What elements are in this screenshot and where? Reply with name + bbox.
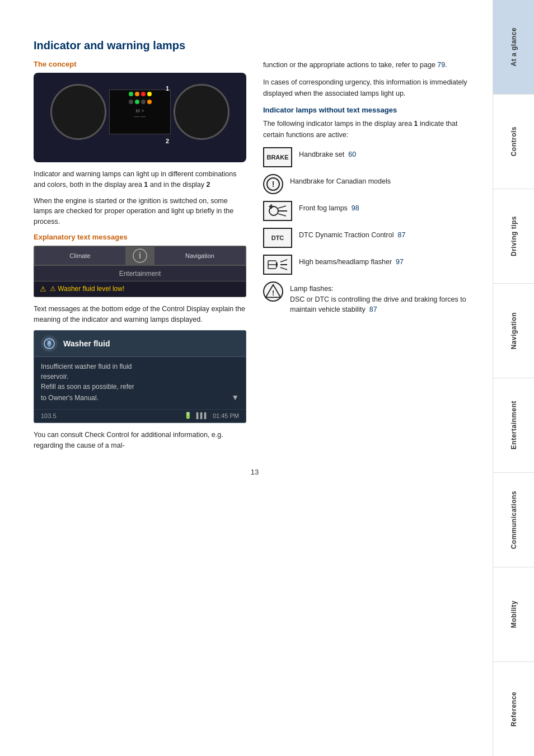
svg-line-4 (47, 340, 48, 341)
cluster-inner: M > — — 1 2 (45, 78, 235, 157)
brake-page-ref: 60 (348, 151, 356, 158)
washer-header: Washer fluid (34, 331, 246, 357)
info-icon: i (132, 248, 148, 264)
brake-box: BRAKE (263, 147, 292, 167)
sidebar-label-entertainment: Entertainment (510, 401, 518, 449)
washer-line-4-row: to Owner's Manual. ▼ (41, 392, 239, 403)
sidebar-section-reference[interactable]: Reference (493, 662, 534, 756)
indicator-dot-red (141, 92, 146, 96)
washer-status-icons: 🔋 ▌▌▌ 01:45 PM (184, 412, 239, 419)
indicator-dot-orange (135, 92, 139, 96)
page-ref-79: 79 (437, 61, 445, 69)
indicator-item-highbeam: High beams/headlamp flasher 97 (263, 255, 476, 275)
canadian-handbrake-icon: ! (263, 174, 283, 194)
malfunction-para: You can consult Check Control for additi… (34, 430, 246, 451)
urgency-para: In cases of corresponding urgency, this … (263, 77, 476, 99)
battery-icon: 🔋 (184, 412, 192, 419)
warning-message-text: ⚠ Washer fluid level low! (50, 285, 124, 293)
washer-line-1: Insufficient washer fluid in fluid (41, 361, 239, 372)
scroll-down-arrow: ▼ (231, 392, 239, 403)
indicator-item-dtc: DTC DTC Dynamic Traction Control 87 (263, 228, 476, 248)
page-title: Indicator and warning lamps (34, 39, 476, 52)
indicator-item-canadian: ! Handbrake for Canadian models (263, 174, 476, 194)
indicator-dot-3 (141, 100, 146, 104)
sidebar-section-navigation[interactable]: Navigation (493, 284, 534, 378)
washer-line-4: to Owner's Manual. (41, 393, 99, 403)
entertainment-label: Entertainment (119, 270, 161, 278)
sidebar-section-driving-tips[interactable]: Driving tips (493, 189, 534, 284)
page-num-text: 13 (251, 468, 259, 476)
fog-lamp-symbol: ✤ (267, 203, 288, 219)
concept-para2: When the engine is started or the igniti… (34, 196, 246, 227)
washer-title: Washer fluid (63, 339, 110, 348)
bold-1: 1 (144, 181, 148, 189)
sidebar-label-navigation: Navigation (510, 312, 518, 349)
indicator-dot-green (129, 92, 133, 96)
sidebar-label-driving-tips: Driving tips (510, 216, 518, 256)
svg-line-19 (280, 260, 287, 262)
control-display-mockup: Climate i Navigation Entertainment (34, 246, 246, 297)
cluster-label-1: 1 (166, 85, 169, 92)
svg-text:✤: ✤ (269, 204, 274, 210)
sidebar-section-entertainment[interactable]: Entertainment (493, 378, 534, 473)
page-number: 13 (34, 468, 476, 476)
sidebar-section-controls[interactable]: Controls (493, 95, 534, 189)
indicator-dot-2 (135, 100, 139, 104)
washer-line-2: reservoir. (41, 372, 239, 382)
svg-text:!: ! (272, 180, 275, 189)
indicator-lamps-intro: The following indicator lamps in the dis… (263, 119, 476, 140)
left-column: The concept (34, 60, 246, 457)
sidebar-label-at-a-glance: At a glance (510, 27, 518, 67)
display-center-icon: i (126, 246, 154, 265)
fog-description: Front fog lamps 98 (299, 201, 359, 214)
instrument-cluster-image: M > — — 1 2 (34, 73, 246, 162)
highbeam-description: High beams/headlamp flasher 97 (299, 255, 404, 267)
bold-2: 2 (207, 181, 210, 189)
svg-line-11 (278, 206, 286, 208)
signal-icon: ▌▌▌ (196, 412, 208, 419)
malfunction-para-cont: function or the appropriate actions to t… (263, 60, 476, 71)
sidebar-section-mobility[interactable]: Mobility (493, 567, 534, 662)
left-gauge (50, 84, 106, 140)
sidebar-section-communications[interactable]: Communications (493, 473, 534, 567)
brake-label: BRAKE (266, 154, 288, 161)
indicator-dot-yellow (147, 92, 152, 96)
fog-page-ref: 98 (352, 204, 359, 212)
sidebar-section-at-a-glance[interactable]: At a glance (493, 0, 534, 95)
dtc-box: DTC (263, 228, 292, 248)
canadian-description: Handbrake for Canadian models (290, 174, 391, 187)
indicator-items-list: BRAKE Handbrake set 60 ! (263, 147, 476, 315)
cluster-label-2: 2 (166, 138, 169, 144)
navigation-button[interactable]: Navigation (154, 246, 246, 265)
climate-button[interactable]: Climate (34, 246, 126, 265)
washer-time: 01:45 PM (213, 412, 239, 419)
sidebar-label-mobility: Mobility (510, 600, 518, 628)
svg-text:i: i (139, 251, 141, 260)
display-buttons-row: Climate i Navigation (34, 246, 246, 265)
explanatory-para: Text messages at the bottom edge of the … (34, 304, 246, 325)
washer-icon (41, 335, 58, 352)
dsc-description: Lamp flashes: DSC or DTC is controlling … (290, 281, 476, 315)
indicator-item-fog: ✤ Front fog lamps 98 (263, 201, 476, 221)
highbeam-icon (263, 255, 292, 275)
cluster-text: M > (110, 108, 170, 114)
washer-fluid-icon (43, 337, 55, 350)
washer-footer: 103.5 🔋 ▌▌▌ 01:45 PM (34, 409, 246, 422)
page-wrapper: Indicator and warning lamps The concept (0, 0, 534, 756)
bold-area-1: 1 (414, 120, 418, 128)
dtc-label: DTC (271, 234, 284, 241)
indicator-row-2 (110, 98, 170, 106)
highbeam-symbol (267, 256, 288, 273)
sidebar-label-controls: Controls (510, 126, 518, 156)
indicator-dot-4 (147, 100, 152, 104)
washer-line-3: Refill as soon as possible, refer (41, 382, 239, 392)
circle-exclamation-icon: ! (265, 176, 281, 192)
sidebar-label-communications: Communications (510, 491, 518, 549)
svg-line-20 (280, 267, 287, 270)
dsc-page-ref: 87 (369, 306, 377, 313)
indicator-item-brake: BRAKE Handbrake set 60 (263, 147, 476, 167)
highbeam-page-ref: 97 (396, 258, 404, 266)
sidebar-label-reference: Reference (510, 692, 518, 727)
dsc-icon: ! (263, 281, 283, 302)
triangle-warning-icon: ! (264, 282, 282, 301)
